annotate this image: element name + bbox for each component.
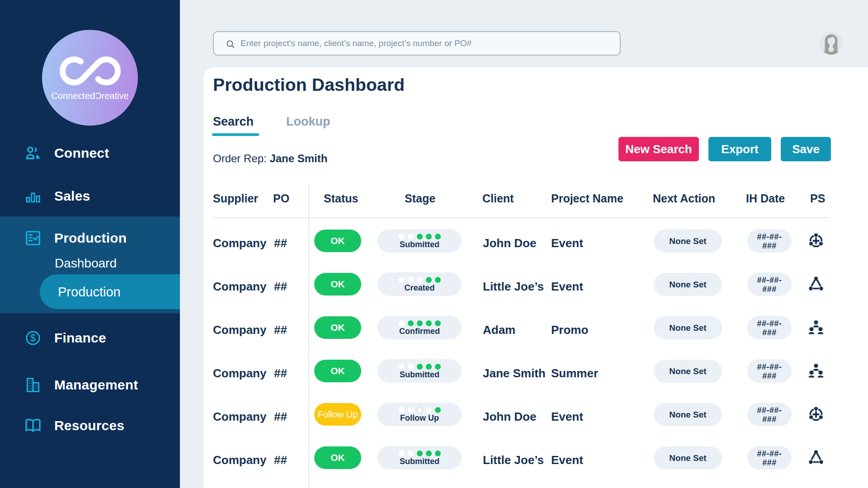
svg-text:ConnectedƆreative: ConnectedƆreative	[51, 91, 128, 101]
svg-text:$: $	[30, 332, 36, 343]
